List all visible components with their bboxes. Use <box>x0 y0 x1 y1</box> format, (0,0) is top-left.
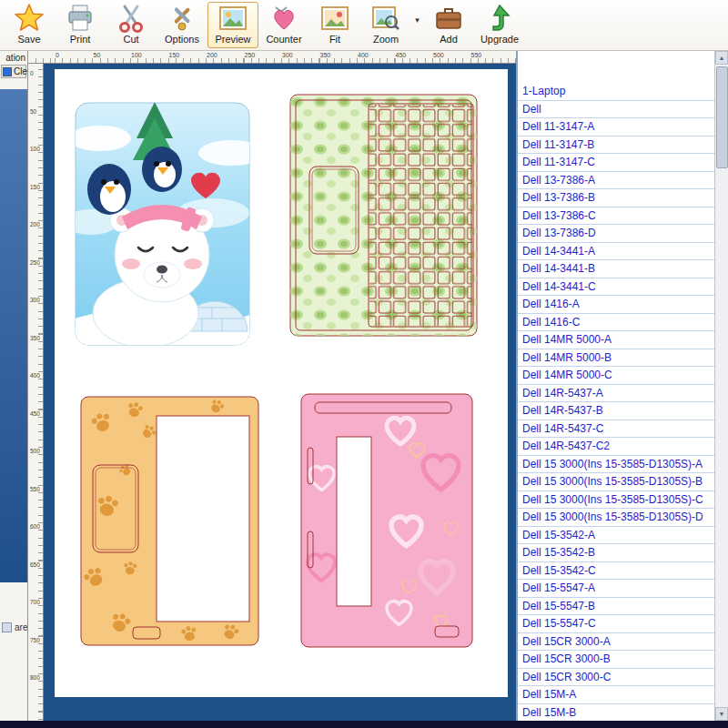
horizontal-ruler-label: 0 <box>56 51 94 63</box>
model-list-item[interactable]: Dell 14MR 5000-A <box>518 331 714 349</box>
zoom-magnifier-icon <box>370 3 401 34</box>
model-list-item[interactable]: Dell 13-7386-B <box>518 189 714 207</box>
upgrade-button[interactable]: Upgrade <box>474 2 525 48</box>
template-green-keyboard-skin[interactable] <box>289 94 478 337</box>
model-list-item[interactable]: Dell 14R-5437-B <box>518 402 714 420</box>
print-label: Print <box>70 34 91 46</box>
template-orange-paw-skin[interactable] <box>80 396 259 646</box>
model-list-item[interactable]: Dell 14-3441-C <box>518 278 714 297</box>
model-list-item[interactable]: Dell 14R-5437-A <box>518 385 714 403</box>
model-list-item[interactable]: Dell 15 3000(Ins 15-3585-D1305S)-C <box>518 491 714 510</box>
left-panel-bottom-label: are <box>15 622 27 632</box>
clear-button-label: Clear <box>14 66 28 76</box>
scroll-down-button[interactable]: ▼ <box>715 707 728 721</box>
laptop-model-list: 1-Laptop Dell Dell 11-3147-A Dell 11-314… <box>518 51 714 721</box>
template-polar-bear-skin[interactable] <box>75 102 250 346</box>
model-list-item[interactable]: Dell 14R-5437-C2 <box>518 438 714 456</box>
horizontal-ruler-label: 100 <box>131 51 169 63</box>
print-button[interactable]: Print <box>55 2 106 48</box>
vertical-ruler-label: 750 <box>28 637 43 675</box>
model-list-item[interactable]: Dell 15CR 3000-A <box>518 633 714 652</box>
upgrade-label: Upgrade <box>480 34 519 46</box>
model-list-item[interactable]: Dell 15M-A <box>518 686 714 704</box>
options-button[interactable]: Options <box>157 2 207 48</box>
horizontal-ruler-label: 300 <box>282 51 320 63</box>
left-panel-blue-pane[interactable] <box>0 89 27 582</box>
list-scrollbar[interactable]: ▲ ▼ <box>714 51 728 721</box>
model-list-item[interactable]: Dell 15-5547-B <box>518 598 714 616</box>
template-pink-hearts-skin[interactable] <box>300 393 473 648</box>
model-list-item[interactable]: Dell 1416-A <box>518 296 714 314</box>
design-canvas[interactable] <box>44 64 516 721</box>
add-button[interactable]: Add <box>423 2 474 48</box>
model-list-item[interactable]: Dell 14MR 5000-C <box>518 367 714 385</box>
upgrade-arrow-icon <box>484 3 515 34</box>
scissors-icon <box>116 3 147 34</box>
toolbar: Save Print Cut Options Preview <box>0 0 728 51</box>
vertical-ruler-label: 650 <box>28 561 43 600</box>
preview-button[interactable]: Preview <box>207 2 258 48</box>
design-page <box>55 69 508 697</box>
model-list-item[interactable]: Dell 15 3000(Ins 15-3585-D1305S)-A <box>518 456 714 474</box>
vertical-ruler-label: 150 <box>28 184 43 222</box>
clear-button[interactable]: Clear <box>1 65 26 78</box>
fit-picture-icon <box>319 3 350 34</box>
model-list-item[interactable]: Dell 13-7386-C <box>518 207 714 226</box>
vertical-ruler-label: 700 <box>28 599 43 637</box>
save-button[interactable]: Save <box>4 2 55 48</box>
model-list-item[interactable]: Dell 15CR 3000-C <box>518 669 714 687</box>
vertical-ruler-label: 550 <box>28 486 43 524</box>
vertical-ruler-label: 100 <box>28 146 43 184</box>
model-list-item[interactable]: Dell 15-3542-C <box>518 562 714 581</box>
model-list-item[interactable]: Dell 15-5547-C <box>518 615 714 633</box>
left-panel-truncated: ation Clear are <box>0 51 28 721</box>
model-list-item[interactable]: Dell 15 3000(Ins 15-3585-D1305S)-D <box>518 509 714 527</box>
fit-button[interactable]: Fit <box>309 2 360 48</box>
counter-button[interactable]: Counter <box>258 2 309 48</box>
horizontal-ruler-label: 450 <box>396 51 434 63</box>
model-list-item[interactable]: Dell 15 3000(Ins 15-3585-D1305S)-B <box>518 473 714 491</box>
model-list-item[interactable]: Dell 13-7386-D <box>518 225 714 243</box>
scroll-up-button[interactable]: ▲ <box>715 51 728 65</box>
left-panel-bottom-item[interactable]: are <box>2 622 27 632</box>
vertical-ruler: 0501001502002503003504004505005506006507… <box>28 64 44 721</box>
model-list-item[interactable]: Dell 11-3147-B <box>518 136 714 155</box>
model-list-item[interactable]: Dell 15M-B <box>518 704 714 722</box>
model-list-item[interactable]: Dell 15-3542-A <box>518 527 714 545</box>
horizontal-ruler-label: 350 <box>320 51 359 63</box>
model-list-item[interactable]: Dell 1416-C <box>518 314 714 332</box>
model-list-item[interactable]: Dell 15-5547-A <box>518 580 714 598</box>
app-window: Save Print Cut Options Preview <box>0 0 728 728</box>
horizontal-ruler-label: 500 <box>433 51 471 63</box>
taskbar-strip <box>0 721 728 728</box>
zoom-dropdown-arrow[interactable]: ▾ <box>411 2 423 38</box>
printer-icon <box>65 3 96 34</box>
preview-picture-icon <box>217 3 248 34</box>
model-list-item[interactable]: 1-Laptop <box>518 83 714 101</box>
left-panel-truncated-label: ation <box>0 51 27 63</box>
model-list-item[interactable]: Dell 14R-5437-C <box>518 420 714 439</box>
model-list-item[interactable]: Dell 14MR 5000-B <box>518 349 714 368</box>
horizontal-ruler-label: 550 <box>471 51 510 63</box>
model-list-item[interactable]: Dell 14-3441-A <box>518 243 714 261</box>
vertical-ruler-label: 400 <box>28 372 43 410</box>
model-list-item[interactable]: Dell 15-3542-B <box>518 544 714 562</box>
cut-label: Cut <box>123 34 138 46</box>
model-list-panel: 1-Laptop Dell Dell 11-3147-A Dell 11-314… <box>516 51 714 721</box>
zoom-button[interactable]: Zoom <box>360 2 411 48</box>
vertical-ruler-label: 300 <box>28 297 43 335</box>
model-list-item[interactable]: Dell 15CR 3000-B <box>518 651 714 669</box>
zoom-label: Zoom <box>373 34 399 46</box>
scrollbar-thumb[interactable] <box>716 66 728 168</box>
cut-button[interactable]: Cut <box>106 2 157 48</box>
model-list-item[interactable]: Dell 13-7386-A <box>518 172 714 190</box>
fit-label: Fit <box>329 34 340 46</box>
model-list-item[interactable]: Dell 14-3441-B <box>518 260 714 278</box>
model-list-item[interactable]: Dell <box>518 101 714 119</box>
scissors-heart-icon <box>268 3 299 34</box>
model-list-item[interactable]: Dell 11-3147-A <box>518 118 714 136</box>
preview-label: Preview <box>215 34 250 46</box>
vertical-ruler-label: 500 <box>28 448 43 486</box>
model-list-item[interactable]: Dell 11-3147-C <box>518 154 714 172</box>
counter-label: Counter <box>266 34 301 46</box>
